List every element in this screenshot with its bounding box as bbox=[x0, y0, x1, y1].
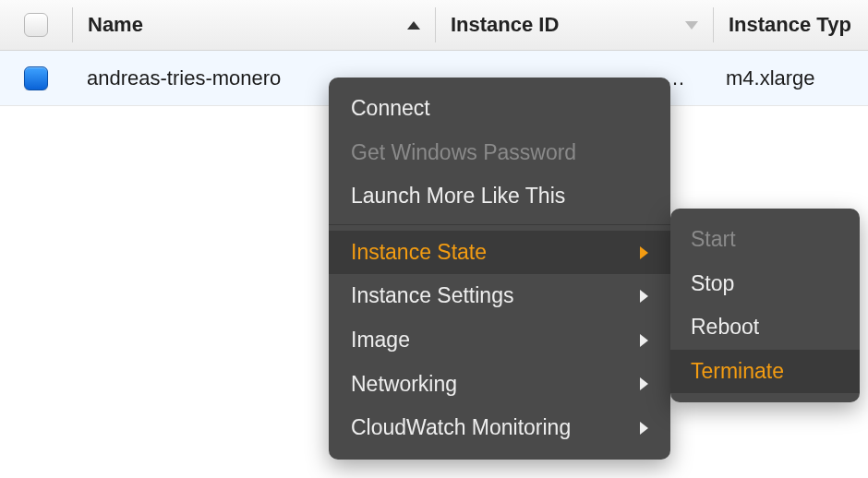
menu-item-label: Start bbox=[691, 227, 736, 253]
menu-item-image[interactable]: Image bbox=[329, 318, 670, 363]
menu-item-label: Stop bbox=[691, 271, 734, 297]
menu-item-label: CloudWatch Monitoring bbox=[351, 415, 571, 441]
column-header-select[interactable] bbox=[0, 0, 72, 50]
column-label: Instance Typ bbox=[729, 13, 851, 37]
submenu-item-reboot[interactable]: Reboot bbox=[670, 305, 860, 350]
submenu-item-stop[interactable]: Stop bbox=[670, 262, 860, 306]
submenu-arrow-icon bbox=[640, 377, 648, 390]
column-header-name[interactable]: Name bbox=[73, 0, 435, 50]
menu-item-label: Get Windows Password bbox=[351, 140, 576, 166]
menu-item-get-windows-password: Get Windows Password bbox=[329, 131, 670, 175]
submenu-arrow-icon bbox=[640, 246, 648, 259]
menu-item-label: Instance State bbox=[351, 240, 487, 266]
menu-item-instance-state[interactable]: Instance State bbox=[329, 231, 670, 275]
menu-item-cloudwatch-monitoring[interactable]: CloudWatch Monitoring bbox=[329, 406, 670, 450]
menu-item-connect[interactable]: Connect bbox=[329, 87, 670, 131]
menu-item-label: Image bbox=[351, 328, 410, 353]
sort-icon bbox=[685, 21, 698, 30]
menu-item-label: Reboot bbox=[691, 315, 759, 341]
select-all-checkbox[interactable] bbox=[24, 13, 48, 37]
column-label: Name bbox=[88, 13, 143, 37]
menu-item-instance-settings[interactable]: Instance Settings bbox=[329, 274, 670, 318]
row-checkbox-checked[interactable] bbox=[24, 66, 48, 90]
row-select-cell[interactable] bbox=[0, 66, 72, 90]
column-header-instance-type[interactable]: Instance Typ bbox=[714, 0, 868, 50]
menu-separator bbox=[329, 224, 670, 225]
sort-ascending-icon bbox=[407, 21, 420, 30]
menu-item-label: Terminate bbox=[691, 359, 784, 385]
menu-item-networking[interactable]: Networking bbox=[329, 363, 670, 407]
submenu-arrow-icon bbox=[640, 290, 648, 303]
menu-item-label: Instance Settings bbox=[351, 283, 513, 309]
menu-item-label: Connect bbox=[351, 96, 430, 122]
menu-item-label: Launch More Like This bbox=[351, 184, 565, 209]
menu-item-label: Networking bbox=[351, 372, 457, 398]
cell-instance-type: m4.xlarge bbox=[711, 66, 868, 90]
submenu-item-start: Start bbox=[670, 218, 860, 262]
submenu-instance-state: Start Stop Reboot Terminate bbox=[670, 209, 860, 402]
column-header-instance-id[interactable]: Instance ID bbox=[436, 0, 713, 50]
submenu-arrow-icon bbox=[640, 422, 648, 435]
submenu-item-terminate[interactable]: Terminate bbox=[670, 350, 860, 394]
submenu-arrow-icon bbox=[640, 334, 648, 347]
menu-item-launch-more-like-this[interactable]: Launch More Like This bbox=[329, 174, 670, 219]
column-label: Instance ID bbox=[451, 13, 559, 37]
table-header: Name Instance ID Instance Typ bbox=[0, 0, 868, 51]
context-menu: Connect Get Windows Password Launch More… bbox=[329, 78, 670, 460]
